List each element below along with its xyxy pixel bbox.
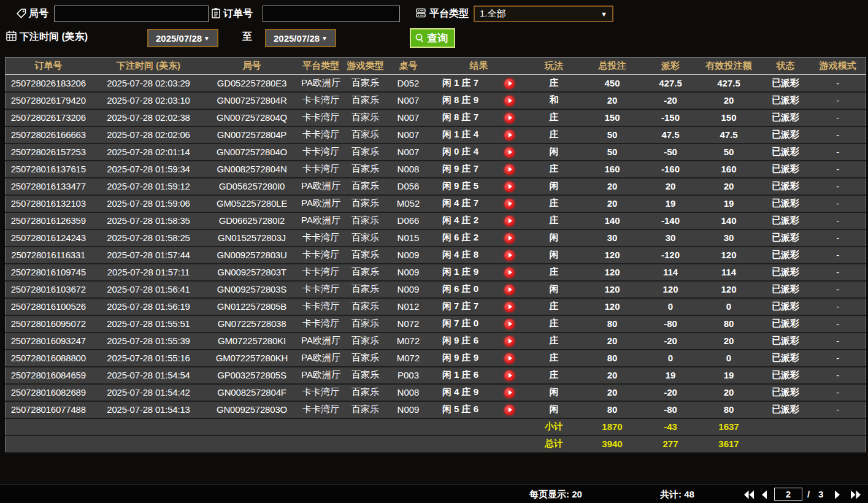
replay-cell <box>491 332 528 350</box>
round-number-input[interactable] <box>54 6 209 22</box>
table-row: 250728026179420 2025-07-28 02:03:10 GN00… <box>6 92 866 109</box>
play-video-icon[interactable] <box>504 199 515 209</box>
header-total-bet: 总投注 <box>580 58 645 75</box>
play-video-icon[interactable] <box>504 302 515 312</box>
result-cell: 闲 0 庄 4 <box>430 144 491 161</box>
table-number-cell: N012 <box>387 298 430 315</box>
play-video-icon[interactable] <box>504 388 515 398</box>
round-number-cell: GN0082572804N <box>206 161 298 178</box>
result-cell: 闲 8 庄 9 <box>430 92 491 109</box>
table-row: 250728016082689 2025-07-28 01:54:42 GN00… <box>6 384 866 401</box>
chevron-down-icon: ▼ <box>601 10 607 18</box>
play-video-icon[interactable] <box>504 113 515 123</box>
game-type-cell: 百家乐 <box>344 109 387 126</box>
date-from-value: 2025/07/28 <box>156 33 202 44</box>
play-video-icon[interactable] <box>504 79 515 89</box>
platform-type-cell: 卡卡湾厅 <box>298 384 344 401</box>
order-number-cell: 250728016137615 <box>6 161 91 178</box>
round-number-cell: GN0092572803U <box>206 247 298 264</box>
table-number-cell: N009 <box>387 264 430 281</box>
play-type-cell: 庄 <box>528 367 580 384</box>
game-mode-cell: - <box>810 195 866 212</box>
total-bet-cell: 80 <box>580 401 645 418</box>
result-cell: 闲 1 庄 7 <box>430 75 491 92</box>
table-row: 250728016116331 2025-07-28 01:57:44 GN00… <box>6 247 866 264</box>
date-to-picker[interactable]: 2025/07/28▼ <box>265 29 336 47</box>
status-cell: 已派彩 <box>761 264 810 281</box>
bet-time-cell: 2025-07-28 01:55:51 <box>91 315 206 332</box>
header-play-type: 玩法 <box>528 58 580 75</box>
result-cell: 闲 4 庄 7 <box>430 195 491 212</box>
page-number-input[interactable] <box>774 488 802 501</box>
bet-records-table: 订单号 下注时间 (美东) 局号 平台类型 游戏类型 桌号 结果 玩法 总投注 … <box>5 57 866 453</box>
game-mode-cell: - <box>810 247 866 264</box>
table-number-cell: N007 <box>387 144 430 161</box>
play-video-icon[interactable] <box>504 233 515 244</box>
order-number-input[interactable] <box>263 6 400 22</box>
replay-cell <box>491 195 528 212</box>
play-video-icon[interactable] <box>504 130 515 140</box>
total-row: 总计 3940 277 3617 <box>6 436 866 453</box>
game-mode-cell: - <box>810 384 866 401</box>
table-number-cell: N007 <box>387 92 430 109</box>
play-video-icon[interactable] <box>504 336 515 347</box>
total-bet-cell: 450 <box>580 75 645 92</box>
total-bet-cell: 20 <box>580 195 645 212</box>
status-cell: 已派彩 <box>761 75 810 92</box>
game-mode-cell: - <box>810 126 866 144</box>
status-cell: 已派彩 <box>761 332 810 350</box>
play-type-cell: 庄 <box>528 350 580 367</box>
round-number-cell: GN0082572804F <box>206 384 298 401</box>
round-number-cell: GN07225728038 <box>206 315 298 332</box>
play-video-icon[interactable] <box>504 285 515 295</box>
result-cell: 闲 9 庄 7 <box>430 161 491 178</box>
game-mode-cell: - <box>810 109 866 126</box>
next-page-button[interactable] <box>834 490 847 499</box>
valid-bet-cell: 19 <box>697 367 761 384</box>
play-video-icon[interactable] <box>504 182 515 192</box>
header-payout: 派彩 <box>645 58 697 75</box>
payout-cell: 19 <box>645 367 697 384</box>
play-video-icon[interactable] <box>504 319 515 329</box>
play-video-icon[interactable] <box>504 96 515 106</box>
game-type-cell: 百家乐 <box>344 212 387 229</box>
play-video-icon[interactable] <box>504 216 515 226</box>
date-from-picker[interactable]: 2025/07/28▼ <box>147 29 218 47</box>
total-bet-cell: 80 <box>580 315 645 332</box>
play-video-icon[interactable] <box>504 267 515 278</box>
platform-type-select[interactable]: 1.全部 ▼ <box>474 6 613 22</box>
previous-page-button[interactable] <box>761 490 774 499</box>
total-bet: 3940 <box>580 436 645 453</box>
round-number-cell: GM052257280LE <box>206 195 298 212</box>
query-button[interactable]: 查询 <box>410 28 455 48</box>
page-separator: / <box>807 489 810 499</box>
table-row: 250728016137615 2025-07-28 01:59:34 GN00… <box>6 161 866 178</box>
total-bet-cell: 120 <box>580 247 645 264</box>
order-number-cell: 250728016133477 <box>6 178 91 195</box>
platform-type-cell: 卡卡湾厅 <box>298 315 344 332</box>
last-page-button[interactable] <box>850 490 862 499</box>
table-number-cell: N015 <box>387 229 430 247</box>
platform-type-cell: 卡卡湾厅 <box>298 401 344 418</box>
status-cell: 已派彩 <box>761 298 810 315</box>
play-video-icon[interactable] <box>504 147 515 158</box>
play-video-icon[interactable] <box>504 405 515 415</box>
replay-cell <box>491 212 528 229</box>
bet-time-cell: 2025-07-28 01:59:06 <box>91 195 206 212</box>
replay-cell <box>491 178 528 195</box>
header-table-number: 桌号 <box>387 58 430 75</box>
game-mode-cell: - <box>810 332 866 350</box>
round-number-cell: GN0092572803S <box>206 281 298 298</box>
valid-bet-cell: 20 <box>697 332 761 350</box>
subtotal-payout: -43 <box>645 418 697 436</box>
play-video-icon[interactable] <box>504 371 515 381</box>
play-video-icon[interactable] <box>504 353 515 364</box>
first-page-button[interactable] <box>743 490 756 499</box>
table-number-cell: N009 <box>387 281 430 298</box>
play-video-icon[interactable] <box>504 250 515 261</box>
clipboard-icon <box>210 7 221 18</box>
status-cell: 已派彩 <box>761 161 810 178</box>
play-video-icon[interactable] <box>504 164 515 175</box>
game-mode-cell: - <box>810 281 866 298</box>
game-type-cell: 百家乐 <box>344 195 387 212</box>
